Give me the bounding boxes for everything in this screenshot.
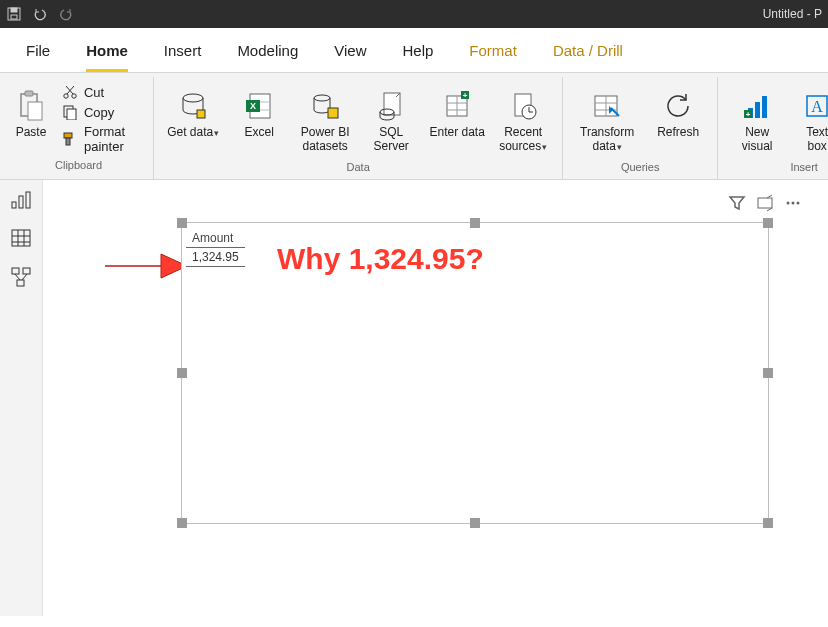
- tab-view[interactable]: View: [316, 28, 384, 72]
- visual-content: Amount 1,324.95: [186, 229, 245, 267]
- group-data-label: Data: [347, 159, 370, 177]
- group-data: Get data▾ X Excel Power BI datasets SQL …: [154, 77, 563, 179]
- cell-value: 1,324.95: [186, 248, 245, 267]
- format-painter-icon: [62, 131, 78, 147]
- tab-modeling[interactable]: Modeling: [219, 28, 316, 72]
- recent-sources-label: Recent sources: [499, 125, 542, 153]
- resize-handle[interactable]: [763, 368, 773, 378]
- svg-rect-23: [384, 93, 400, 115]
- window-title: Untitled - P: [763, 7, 822, 21]
- redo-icon[interactable]: [58, 6, 74, 22]
- visual-toolbar: [728, 194, 802, 212]
- tab-format[interactable]: Format: [451, 28, 535, 72]
- powerbi-datasets-label: Power BI datasets: [297, 126, 353, 154]
- svg-line-8: [67, 86, 74, 94]
- data-view-icon[interactable]: [10, 228, 32, 248]
- svg-point-61: [787, 201, 790, 204]
- get-data-button[interactable]: Get data▾: [162, 81, 224, 145]
- tab-help[interactable]: Help: [385, 28, 452, 72]
- group-insert-label: Insert: [790, 159, 818, 177]
- svg-rect-12: [64, 133, 72, 138]
- copy-icon: [62, 104, 78, 120]
- refresh-label: Refresh: [657, 126, 699, 140]
- resize-handle[interactable]: [470, 518, 480, 528]
- refresh-button[interactable]: Refresh: [647, 81, 709, 145]
- resize-handle[interactable]: [470, 218, 480, 228]
- focus-mode-icon[interactable]: [756, 194, 774, 212]
- new-visual-button[interactable]: + New visual: [726, 81, 788, 159]
- tab-insert[interactable]: Insert: [146, 28, 220, 72]
- resize-handle[interactable]: [177, 518, 187, 528]
- svg-line-58: [15, 274, 20, 280]
- svg-rect-13: [66, 138, 70, 145]
- svg-rect-11: [67, 109, 76, 120]
- annotation-text: Why 1,324.95?: [277, 242, 484, 276]
- sql-server-label: SQL Server: [363, 126, 419, 154]
- resize-handle[interactable]: [177, 368, 187, 378]
- annotation-arrow-icon: [103, 248, 189, 284]
- paste-icon: [18, 86, 44, 126]
- svg-text:+: +: [746, 110, 751, 119]
- excel-icon: X: [244, 86, 274, 126]
- svg-line-9: [66, 86, 73, 94]
- svg-point-62: [792, 201, 795, 204]
- tab-data-drill[interactable]: Data / Drill: [535, 28, 641, 72]
- svg-point-21: [314, 95, 330, 101]
- resize-handle[interactable]: [763, 218, 773, 228]
- resize-handle[interactable]: [763, 518, 773, 528]
- excel-label: Excel: [245, 126, 274, 140]
- svg-rect-49: [26, 192, 30, 208]
- text-box-label: Text box: [795, 126, 828, 154]
- svg-rect-60: [758, 198, 772, 208]
- recent-sources-button[interactable]: Recent sources▾: [492, 81, 554, 159]
- tab-file[interactable]: File: [8, 28, 68, 72]
- svg-text:+: +: [463, 91, 468, 100]
- paste-button[interactable]: Paste: [12, 81, 50, 145]
- ribbon: Paste Cut Copy Format painter Clipboard: [0, 73, 828, 180]
- tab-home[interactable]: Home: [68, 28, 146, 72]
- sql-server-button[interactable]: SQL Server: [360, 81, 422, 159]
- group-queries-label: Queries: [621, 159, 660, 177]
- svg-rect-41: [762, 96, 767, 118]
- group-clipboard: Paste Cut Copy Format painter Clipboard: [4, 77, 154, 179]
- svg-rect-40: [755, 102, 760, 118]
- enter-data-button[interactable]: + Enter data: [426, 81, 488, 145]
- sql-server-icon: [377, 86, 405, 126]
- excel-button[interactable]: X Excel: [228, 81, 290, 145]
- cut-label: Cut: [84, 85, 104, 100]
- filter-icon[interactable]: [728, 194, 746, 212]
- get-data-label: Get data: [167, 125, 213, 139]
- cut-button[interactable]: Cut: [58, 83, 141, 101]
- refresh-icon: [664, 86, 692, 126]
- enter-data-label: Enter data: [429, 126, 484, 140]
- svg-rect-4: [25, 91, 33, 96]
- group-queries: Transform data▾ Refresh Queries: [563, 77, 718, 179]
- copy-button[interactable]: Copy: [58, 103, 141, 121]
- recent-sources-icon: [509, 86, 537, 126]
- new-visual-icon: +: [742, 86, 772, 126]
- transform-data-button[interactable]: Transform data▾: [571, 81, 643, 159]
- report-canvas[interactable]: Amount 1,324.95 Why 1,324.95?: [43, 180, 828, 616]
- svg-rect-47: [12, 202, 16, 208]
- format-painter-button[interactable]: Format painter: [58, 123, 141, 155]
- svg-rect-5: [28, 102, 42, 120]
- report-view-icon[interactable]: [10, 190, 32, 210]
- paste-label: Paste: [16, 126, 47, 140]
- model-view-icon[interactable]: [10, 266, 32, 288]
- save-icon[interactable]: [6, 6, 22, 22]
- svg-rect-56: [23, 268, 30, 274]
- new-visual-label: New visual: [729, 126, 785, 154]
- powerbi-datasets-button[interactable]: Power BI datasets: [294, 81, 356, 159]
- undo-icon[interactable]: [32, 6, 48, 22]
- svg-point-6: [64, 94, 68, 98]
- ribbon-tabs: File Home Insert Modeling View Help Form…: [0, 28, 828, 73]
- column-header: Amount: [186, 229, 245, 248]
- text-box-button[interactable]: A Text box: [792, 81, 828, 159]
- transform-data-label: Transform data: [580, 125, 634, 153]
- svg-rect-50: [12, 230, 30, 246]
- svg-point-63: [797, 201, 800, 204]
- resize-handle[interactable]: [177, 218, 187, 228]
- view-rail: [0, 180, 43, 616]
- svg-rect-55: [12, 268, 19, 274]
- more-options-icon[interactable]: [784, 194, 802, 212]
